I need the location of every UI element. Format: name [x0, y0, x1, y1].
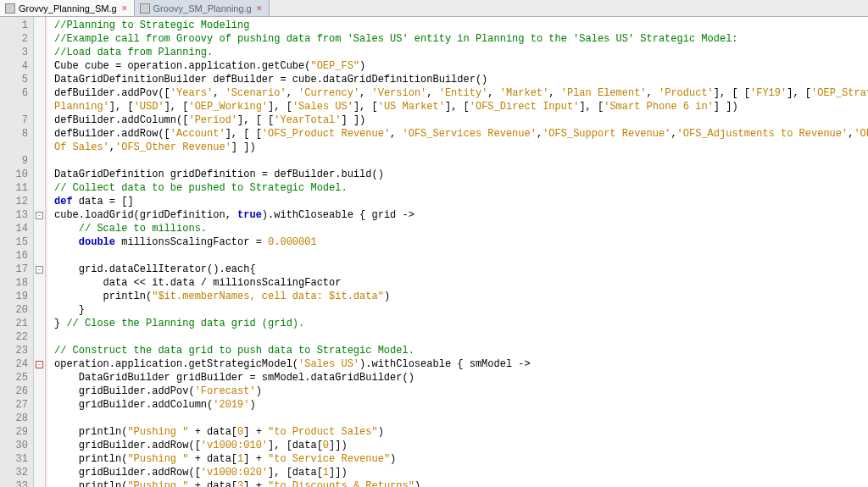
code-line[interactable]: defBuilder.addPov(['Years', 'Scenario', …: [54, 86, 868, 100]
code-line[interactable]: DataGridDefinition gridDefinition = defB…: [54, 168, 868, 181]
fold-marker: [34, 181, 45, 195]
code-line[interactable]: DataGridBuilder gridBuilder = smModel.da…: [54, 371, 868, 385]
fold-marker: [34, 32, 45, 46]
code-line[interactable]: gridBuilder.addRow(['v1000:020'], [data[…: [54, 466, 868, 479]
fold-marker: [34, 330, 45, 344]
code-line[interactable]: defBuilder.addColumn(['Period'], [ ['Yea…: [54, 113, 868, 127]
fold-marker: [34, 100, 45, 113]
fold-marker: [34, 222, 45, 235]
code-line[interactable]: data << it.data / millionsScalingFactor: [54, 276, 868, 290]
code-line[interactable]: operation.application.getStrategicModel(…: [54, 357, 868, 371]
fold-marker: [34, 385, 45, 398]
line-number: 26: [0, 385, 33, 398]
line-number: [0, 100, 33, 113]
code-line[interactable]: double millionsScalingFactor = 0.000001: [54, 235, 868, 249]
code-line[interactable]: [54, 330, 868, 344]
code-line[interactable]: defBuilder.addRow(['Account'], [ ['OFS_P…: [54, 127, 868, 141]
line-number: 21: [0, 317, 33, 330]
line-number: [0, 141, 33, 154]
code-line[interactable]: [54, 249, 868, 263]
line-number: 15: [0, 235, 33, 249]
fold-marker: [34, 59, 45, 73]
fold-marker: [34, 290, 45, 303]
fold-marker: [34, 168, 45, 181]
fold-marker: [34, 73, 45, 86]
fold-marker: [34, 154, 45, 168]
code-line[interactable]: gridBuilder.addRow(['v1000:010'], [data[…: [54, 439, 868, 452]
code-line[interactable]: //Load data from Planning.: [54, 46, 868, 59]
line-number: 4: [0, 59, 33, 73]
line-number: 14: [0, 222, 33, 235]
code-line[interactable]: // Construct the data grid to push data …: [54, 344, 868, 357]
line-number: 31: [0, 452, 33, 466]
code-editor[interactable]: 1234567891011121314151617181920212223242…: [0, 17, 868, 487]
code-line[interactable]: //Example call from Groovy of pushing da…: [54, 32, 868, 46]
code-line[interactable]: Planning'], ['USD'], ['OEP_Working'], ['…: [54, 100, 868, 113]
code-line[interactable]: println("Pushing " + data[3] + "to Disco…: [54, 479, 868, 487]
fold-marker[interactable]: -: [34, 263, 45, 276]
code-line[interactable]: def data = []: [54, 195, 868, 208]
file-icon: [140, 3, 150, 14]
line-number: 10: [0, 168, 33, 181]
line-number: 33: [0, 479, 33, 487]
line-number: 22: [0, 330, 33, 344]
line-number: 12: [0, 195, 33, 208]
line-number: 11: [0, 181, 33, 195]
line-number: 8: [0, 127, 33, 141]
fold-marker: [34, 479, 45, 487]
line-number: 32: [0, 466, 33, 479]
code-line[interactable]: println("Pushing " + data[1] + "to Servi…: [54, 452, 868, 466]
fold-marker: [34, 412, 45, 425]
code-line[interactable]: cube.loadGrid(gridDefinition, true).with…: [54, 208, 868, 222]
fold-marker: [34, 439, 45, 452]
fold-marker: [34, 425, 45, 439]
fold-marker: [34, 113, 45, 127]
code-line[interactable]: println("$it.memberNames, cell data: $it…: [54, 290, 868, 303]
fold-marker: [34, 249, 45, 263]
line-number: 3: [0, 46, 33, 59]
tab-grovvy-planning-sm[interactable]: Grovvy_Planning_SM.g ✕: [0, 0, 135, 16]
tab-groovy-sm-planning[interactable]: Groovy_SM_Planning.g ✕: [135, 0, 270, 16]
tab-label: Groovy_SM_Planning.g: [153, 3, 252, 14]
fold-marker: [34, 19, 45, 32]
fold-marker[interactable]: -: [34, 357, 45, 371]
code-line[interactable]: gridBuilder.addPov('Forecast'): [54, 385, 868, 398]
code-line[interactable]: Cube cube = operation.application.getCub…: [54, 59, 868, 73]
tab-label: Grovvy_Planning_SM.g: [19, 3, 117, 14]
code-line[interactable]: println("Pushing " + data[0] + "to Produ…: [54, 425, 868, 439]
line-number: 6: [0, 86, 33, 100]
fold-marker: [34, 276, 45, 290]
line-number: 17: [0, 263, 33, 276]
fold-marker: [34, 317, 45, 330]
line-number: 24: [0, 357, 33, 371]
fold-marker: [34, 127, 45, 141]
code-line[interactable]: }: [54, 303, 868, 317]
fold-marker: [34, 466, 45, 479]
fold-marker: [34, 46, 45, 59]
close-icon[interactable]: ✕: [120, 4, 129, 13]
code-line[interactable]: gridBuilder.addColumn('2019'): [54, 398, 868, 412]
close-icon[interactable]: ✕: [255, 4, 264, 13]
code-line[interactable]: [54, 412, 868, 425]
code-line[interactable]: //Planning to Strategic Modeling: [54, 19, 868, 32]
fold-marker: [34, 303, 45, 317]
code-line[interactable]: // Collect data to be pushed to Strategi…: [54, 181, 868, 195]
line-number: 5: [0, 73, 33, 86]
code-line[interactable]: } // Close the Planning data grid (grid)…: [54, 317, 868, 330]
code-line[interactable]: DataGridDefinitionBuilder defBuilder = c…: [54, 73, 868, 86]
code-line[interactable]: // Scale to millions.: [54, 222, 868, 235]
code-area[interactable]: //Planning to Strategic Modeling//Exampl…: [46, 17, 868, 487]
line-number: 13: [0, 208, 33, 222]
fold-marker: [34, 344, 45, 357]
fold-marker: [34, 371, 45, 385]
line-number: 28: [0, 412, 33, 425]
fold-marker: [34, 86, 45, 100]
fold-marker[interactable]: -: [34, 208, 45, 222]
code-line[interactable]: Of Sales','OFS_Other Revenue'] ]): [54, 141, 868, 154]
code-line[interactable]: [54, 154, 868, 168]
line-number: 19: [0, 290, 33, 303]
line-number: 27: [0, 398, 33, 412]
line-number: 1: [0, 19, 33, 32]
code-line[interactable]: grid.dataCellIterator().each{: [54, 263, 868, 276]
fold-marker: [34, 398, 45, 412]
